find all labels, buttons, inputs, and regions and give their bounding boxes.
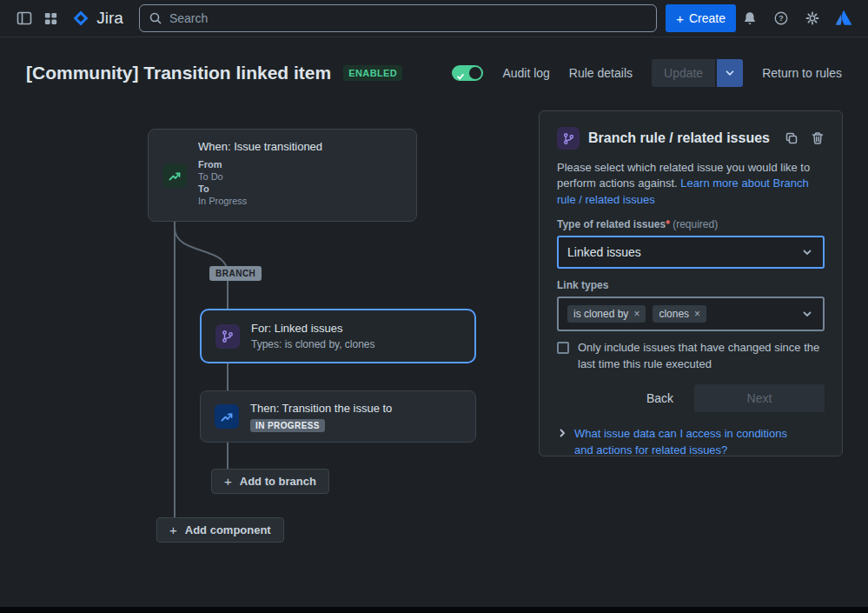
branch-icon <box>557 127 580 150</box>
toggle-check-icon <box>456 72 465 81</box>
type-field-label: Type of related issues* (required) <box>557 218 825 230</box>
app-switcher-icon <box>43 11 58 26</box>
app-switcher-button[interactable] <box>37 4 64 32</box>
issue-data-disclosure[interactable]: What issue data can I access in conditio… <box>557 426 825 459</box>
branch-icon <box>215 324 240 349</box>
branch-node-title: For: Linked issues <box>251 322 375 335</box>
changed-issues-checkbox[interactable] <box>557 342 569 354</box>
audit-log-link[interactable]: Audit log <box>502 66 549 80</box>
link-type-tag: clones × <box>653 305 706 323</box>
sidebar-toggle-icon <box>16 10 33 27</box>
link-types-label: Link types <box>557 279 825 291</box>
action-node-title: Then: Transition the issue to <box>250 402 392 415</box>
jira-logo-icon <box>71 9 90 28</box>
jira-logo[interactable]: Jira <box>64 9 132 28</box>
svg-text:?: ? <box>779 14 784 23</box>
plus-icon: + <box>224 475 232 488</box>
search-input[interactable] <box>169 11 647 25</box>
return-to-rules-link[interactable]: Return to rules <box>762 66 842 80</box>
add-component-label: Add component <box>185 523 271 536</box>
add-component-button[interactable]: + Add component <box>156 517 284 543</box>
from-label: From <box>198 159 322 170</box>
plus-icon: + <box>169 523 177 536</box>
help-button[interactable]: ? <box>767 4 795 32</box>
trash-icon <box>811 131 825 145</box>
search-bar[interactable] <box>139 4 657 32</box>
toggle-knob <box>469 67 481 79</box>
delete-component-button[interactable] <box>811 131 825 145</box>
atlassian-logo-icon <box>834 9 853 28</box>
back-button[interactable]: Back <box>638 386 682 410</box>
settings-button[interactable] <box>798 4 826 32</box>
jira-logo-text: Jira <box>96 9 123 28</box>
status-badge: ENABLED <box>343 65 402 81</box>
duplicate-component-button[interactable] <box>785 131 798 145</box>
related-issues-select-value: Linked issues <box>567 245 641 259</box>
changed-issues-checkbox-row: Only include issues that have changed si… <box>557 340 825 371</box>
top-navbar: Jira + Create ? <box>0 0 868 37</box>
trigger-node-body: When: Issue transitioned From To Do To I… <box>198 140 322 210</box>
type-label-text: Type of related issues <box>557 218 666 230</box>
add-to-branch-button[interactable]: + Add to branch <box>211 469 329 494</box>
navbar-right-group: ? <box>736 4 858 32</box>
related-issues-select[interactable]: Linked issues <box>557 236 825 269</box>
sidebar-toggle-button[interactable] <box>10 4 37 32</box>
panel-header-icons <box>785 131 825 145</box>
action-node-body: Then: Transition the issue to IN PROGRES… <box>250 402 392 432</box>
rule-enabled-toggle[interactable] <box>452 65 483 81</box>
atlassian-home-button[interactable] <box>830 4 858 32</box>
tag-label: is cloned by <box>573 308 628 320</box>
header-actions: Audit log Rule details Update Return to … <box>452 59 842 87</box>
chevron-down-icon <box>800 245 814 259</box>
action-node[interactable]: Then: Transition the issue to IN PROGRES… <box>200 390 476 443</box>
branch-node-selected[interactable]: For: Linked issues Types: is cloned by, … <box>200 309 476 363</box>
notifications-button[interactable] <box>736 4 764 32</box>
rule-details-link[interactable]: Rule details <box>569 66 633 80</box>
to-value: In Progress <box>198 196 322 206</box>
link-type-tag: is cloned by × <box>567 305 646 323</box>
bottom-strip <box>0 607 868 613</box>
update-button[interactable]: Update <box>652 59 715 87</box>
panel-description: Please select which related issue you wo… <box>557 160 825 208</box>
chevron-down-icon <box>800 307 814 321</box>
to-label: To <box>198 183 322 194</box>
transition-action-icon <box>215 404 239 429</box>
copy-icon <box>785 131 798 145</box>
help-icon: ? <box>773 10 789 26</box>
create-button[interactable]: + Create <box>666 4 736 32</box>
search-icon <box>149 11 162 25</box>
branch-node-subtitle: Types: is cloned by, clones <box>251 338 375 350</box>
app-window: Jira + Create ? [Community] Transi <box>0 0 868 613</box>
branch-pill: BRANCH <box>209 266 262 281</box>
add-to-branch-label: Add to branch <box>240 475 316 488</box>
disclosure-chevron-icon <box>557 428 567 438</box>
panel-title: Branch rule / related issues <box>588 130 770 146</box>
bell-icon <box>742 10 758 26</box>
trigger-node[interactable]: When: Issue transitioned From To Do To I… <box>148 129 417 222</box>
checkbox-label: Only include issues that have changed si… <box>578 340 825 371</box>
tag-label: clones <box>659 308 689 320</box>
next-button[interactable]: Next <box>694 384 825 412</box>
transition-icon <box>162 163 187 188</box>
plus-icon: + <box>676 12 684 25</box>
panel-header: Branch rule / related issues <box>557 127 825 150</box>
remove-icon[interactable]: × <box>694 309 700 319</box>
branch-rule-panel: Branch rule / related issues Please sele… <box>539 110 843 456</box>
branch-node-body: For: Linked issues Types: is cloned by, … <box>251 322 375 350</box>
link-types-multiselect[interactable]: is cloned by × clones × <box>557 297 825 331</box>
create-button-label: Create <box>689 11 726 25</box>
required-hint: (required) <box>673 218 718 230</box>
update-split-button: Update <box>652 59 743 87</box>
issue-data-question-link: What issue data can I access in conditio… <box>574 426 802 459</box>
panel-buttons: Back Next <box>557 384 825 412</box>
required-asterisk: * <box>666 218 670 230</box>
remove-icon[interactable]: × <box>633 309 639 319</box>
status-lozenge: IN PROGRESS <box>250 419 325 432</box>
update-dropdown-button[interactable] <box>717 59 743 87</box>
trigger-title: When: Issue transitioned <box>198 140 322 153</box>
rule-header: [Community] Transition linked item ENABL… <box>26 59 842 87</box>
from-value: To Do <box>198 171 322 182</box>
page-title: [Community] Transition linked item <box>26 63 331 83</box>
gear-icon <box>805 10 820 26</box>
chevron-down-icon <box>724 67 736 79</box>
